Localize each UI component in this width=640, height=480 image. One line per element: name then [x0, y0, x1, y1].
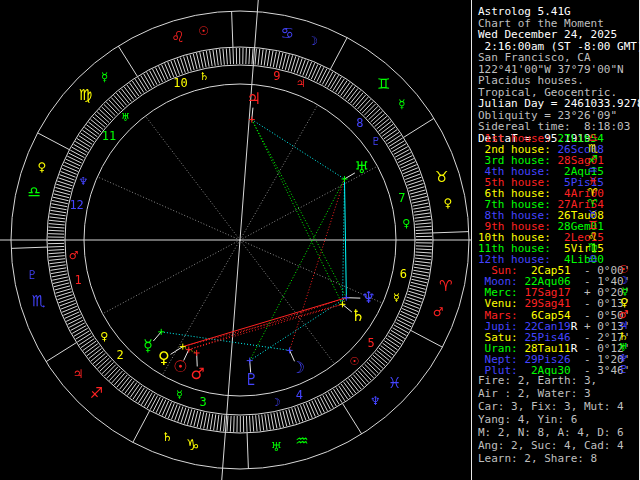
header-line: Wed December 24, 2025: [478, 29, 640, 41]
house-cusp-list: 1st house: 27Lib54♎ 2nd house: 26Sco08♏ …: [478, 133, 604, 265]
panel-divider: [471, 0, 472, 480]
info-panel: Astrolog 5.41GChart of the MomentWed Dec…: [478, 0, 638, 480]
header-line: San Francisco, CA: [478, 52, 640, 64]
stat-line: Car: 3, Fix: 3, Mut: 4: [478, 400, 624, 413]
stat-line: Ang: 2, Suc: 4, Cad: 4: [478, 439, 624, 452]
stat-line: M: 2, N: 8, A: 4, D: 6: [478, 426, 624, 439]
astrolog-window: Astrolog 5.41GChart of the MomentWed Dec…: [0, 0, 640, 480]
chart-header: Astrolog 5.41GChart of the MomentWed Dec…: [478, 6, 640, 144]
header-line: Astrolog 5.41G: [478, 6, 640, 18]
chart-wheel: [0, 0, 471, 480]
stat-line: Fire: 2, Earth: 3,: [478, 374, 624, 387]
sign-glyph-icon: ♎: [588, 253, 598, 264]
planet-glyph-icon: ♀: [620, 297, 628, 308]
stat-line: Air : 2, Water: 3: [478, 387, 624, 400]
stat-line: Learn: 2, Share: 8: [478, 452, 624, 465]
header-line: Sidereal time: 8:18:03: [478, 121, 640, 133]
stat-line: Yang: 4, Yin: 6: [478, 413, 624, 426]
planet-position-list: Sun: 2Cap51 - 0°00'☉ Moon: 22Aqu06 - 1°4…: [478, 265, 630, 377]
chart-statistics: Fire: 2, Earth: 3,Air : 2, Water: 3Car: …: [478, 374, 624, 465]
header-line: Julian Day = 2461033.9278: [478, 98, 640, 110]
header-line: Placidus houses.: [478, 75, 640, 87]
